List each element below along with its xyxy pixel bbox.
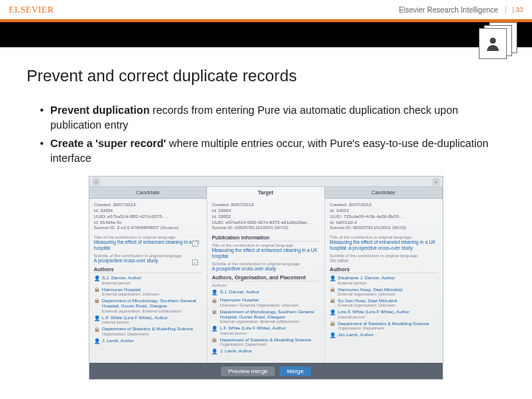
person-icon: 👤 [94, 338, 100, 344]
black-banner [0, 22, 532, 47]
org-entry: 🏛Department of Microbiology, Southern Ge… [94, 298, 202, 313]
author-entry: 👤S.J. Dancer, Author [212, 289, 321, 296]
entry-subtext: Organisation: Department [102, 332, 202, 336]
org-entry: 🏛Department of Statistics & Modelling Sc… [212, 337, 321, 347]
entry-name: Hairmyres Hospital [102, 287, 202, 292]
entry-name: J. Lamb, Author [220, 348, 321, 353]
author-entry: 👤L.F. White (Liza F White), AuthorIntern… [212, 325, 321, 335]
bullet-item: Prevent duplication records from enterin… [40, 103, 505, 132]
entry-name: Department of Statistics & Modelling Sci… [338, 321, 438, 326]
entry-subtext: Organisation: Department [338, 326, 438, 330]
building-icon: 🏛 [330, 287, 335, 293]
entry-subtext: External person [102, 281, 202, 285]
tab-candidate-right[interactable]: Candidate [325, 187, 443, 199]
person-icon: 👤 [330, 332, 335, 338]
entry-subtext: External person [338, 281, 438, 285]
candidate-right-column: Created: 30/07/2013 Id: 34023 UUID: 725c… [325, 199, 443, 363]
authors-heading: Authors [94, 267, 202, 273]
person-icon: 👤 [212, 326, 218, 332]
entry-subtext: External organisation: Unknown [338, 303, 438, 307]
building-icon: 🏛 [94, 299, 100, 304]
pub-info-heading: Publication information [212, 235, 321, 242]
svg-point-0 [490, 38, 496, 44]
person-icon: 👤 [212, 349, 218, 355]
building-icon: 🏛 [330, 299, 335, 304]
entry-subtext: Internal person [102, 320, 202, 324]
aop-heading: Authors, Organisation, and Placement [212, 275, 321, 282]
entry-subtext: Internal person [338, 315, 438, 319]
org-entry: 🏛Hairmyres Hosp, Dept MicrobiolExternal … [330, 287, 438, 296]
building-icon: 🏛 [212, 310, 218, 316]
building-icon: 🏛 [94, 287, 100, 293]
target-column: Created: 30/07/2013 Id: 33954 Id: 33952 … [208, 199, 326, 363]
nav-prev-icon[interactable]: ‹ [92, 178, 100, 185]
org-entry: 🏛So Gen Hosp, Dept MicrobiolExternal org… [330, 298, 438, 307]
entry-name: S.J. Dancer, Author [220, 289, 321, 294]
slide-header: ELSEVIER Elsevier Research Intelligence … [0, 0, 532, 19]
author-entry: 👤Liza F. White (Liza F White), AuthorInt… [330, 309, 438, 318]
person-icon: 👤 [212, 290, 218, 296]
entry-subtext: External organisation: External collabor… [220, 319, 321, 324]
documents-icon [479, 22, 519, 59]
bullet-item: Create a 'super record' where multiple e… [40, 137, 505, 166]
building-icon: 🏛 [212, 298, 218, 304]
meta-block: Created: 30/07/2013 Id: 33954 UUID: e57b… [94, 202, 202, 231]
entry-subtext: Unknown / External Organisation: Unknown [220, 303, 321, 307]
research-intelligence-label: Elsevier Research Intelligence [399, 6, 499, 14]
authors-heading: Authors [330, 267, 438, 273]
building-icon: 🏛 [94, 327, 100, 332]
tab-target[interactable]: Target [207, 187, 324, 199]
org-entry: 🏛Hairmyres HospitalUnknown / External Or… [212, 297, 321, 307]
tab-bar: Candidate Target Candidate [89, 187, 443, 199]
entry-name: L.F. White (Liza F White), Author [220, 325, 321, 330]
entry-name: Stephanie J. Dancer, Author [338, 275, 438, 280]
author-entry: 👤Stephanie J. Dancer, AuthorExternal per… [330, 275, 438, 284]
elsevier-logo: ELSEVIER [9, 4, 54, 16]
candidate-left-column: Created: 30/07/2013 Id: 33954 UUID: e57b… [89, 199, 208, 363]
dedup-screenshot: ‹ › Candidate Target Candidate Created: … [89, 176, 443, 380]
merge-button[interactable]: Merge [279, 366, 311, 376]
nav-row: ‹ › [89, 177, 443, 187]
org-entry: 🏛Department of Statistics & Modelling Sc… [94, 326, 202, 335]
entry-name: Hairmyres Hosp, Dept Microbiol [338, 287, 438, 292]
author-entry: 👤J. Lamb, Author [212, 348, 321, 355]
person-icon: 👤 [94, 316, 100, 321]
person-icon: 👤 [330, 310, 335, 316]
button-bar: Preview merge Merge [89, 363, 443, 379]
slide-body: Prevent and correct duplicate records Pr… [0, 47, 532, 380]
entry-subtext: External organisation: Unknown [102, 292, 202, 296]
author-entry: 👤Jim Lamb, Author [330, 332, 438, 338]
author-entry: 👤S.J. Dancer, AuthorExternal person [94, 275, 202, 284]
entry-name: Jim Lamb, Author [338, 332, 438, 337]
page-number: 33 [505, 6, 523, 13]
author-entry: 👤L.F. White (Liza F White), AuthorIntern… [94, 315, 202, 324]
preview-merge-button[interactable]: Preview merge [221, 366, 275, 376]
author-entry: 👤J. Lamb, Author [94, 338, 202, 344]
entry-subtext: Internal person [220, 331, 321, 335]
entry-name: L.F. White (Liza F White), Author [102, 315, 202, 320]
checkbox-icon[interactable]: ✓ [192, 259, 198, 265]
entry-subtext: External organisation: External collabor… [102, 309, 202, 313]
entry-name: Department of Statistics & Modelling Sci… [220, 337, 321, 342]
entry-name: Department of Statistics & Modelling Sci… [102, 326, 202, 331]
header-right: Elsevier Research Intelligence 33 [399, 6, 523, 14]
meta-block: Created: 30/07/2013 Id: 34023 UUID: 725c… [330, 202, 438, 231]
entry-name: J. Lamb, Author [102, 338, 202, 343]
entry-name: Department of Microbiology, Southern Gen… [102, 298, 202, 309]
entry-name: Hairmyres Hospital [220, 297, 321, 302]
person-icon: 👤 [330, 276, 335, 282]
entry-subtext: Organisation: Department [220, 342, 321, 347]
person-icon: 👤 [94, 276, 100, 282]
tab-candidate-left[interactable]: Candidate [89, 187, 207, 199]
org-entry: 🏛Department of Microbiology, Southern Ge… [212, 309, 321, 324]
entry-name: Department of Microbiology, Southern Gen… [220, 309, 321, 320]
nav-next-icon[interactable]: › [432, 178, 440, 185]
entry-subtext: External organisation: Unknown [338, 292, 438, 296]
org-entry: 🏛Hairmyres HospitalExternal organisation… [94, 287, 202, 296]
entry-name: So Gen Hosp, Dept Microbiol [338, 298, 438, 303]
checkbox-icon[interactable]: ✓ [192, 241, 198, 247]
entry-name: S.J. Dancer, Author [102, 275, 202, 280]
building-icon: 🏛 [330, 321, 335, 327]
bullet-list: Prevent duplication records from enterin… [27, 103, 505, 166]
meta-block: Created: 30/07/2013 Id: 33954 Id: 33952 … [212, 202, 321, 231]
